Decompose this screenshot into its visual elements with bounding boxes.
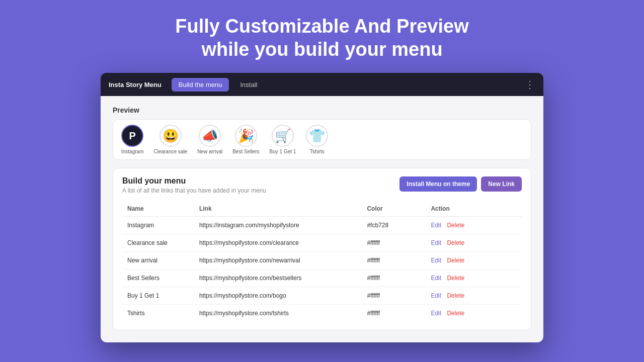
delete-button-5[interactable]: Delete xyxy=(447,310,464,317)
cell-link-3: https://myshopifystore.com/bestsellers xyxy=(194,269,362,287)
edit-button-5[interactable]: Edit xyxy=(431,310,441,317)
preview-icon-instagram: P xyxy=(121,125,143,147)
table-row: Tshirts https://myshopifystore.com/tshir… xyxy=(122,305,522,322)
cell-action-3: Edit Delete xyxy=(426,269,522,287)
cell-name-4: Buy 1 Get 1 xyxy=(122,287,194,305)
preview-label-tshirts: Tshirts xyxy=(310,149,325,154)
app-brand: Insta Story Menu xyxy=(109,81,162,88)
install-menu-button[interactable]: Install Menu on theme xyxy=(399,176,477,192)
table-body: Instagram https://instagram.com/myshopif… xyxy=(122,217,522,322)
preview-label-instagram: Instagram xyxy=(121,149,143,154)
build-actions: Install Menu on theme New Link xyxy=(399,176,522,192)
tab-build-menu[interactable]: Build the menu xyxy=(172,78,229,92)
build-subtitle: A list of all the links that you have ad… xyxy=(122,187,266,194)
build-title-group: Build your menu A list of all the links … xyxy=(122,176,266,194)
edit-button-2[interactable]: Edit xyxy=(431,257,441,264)
cell-color-0: #fcb728 xyxy=(362,217,426,234)
cell-color-1: #ffffff xyxy=(362,234,426,252)
cell-link-1: https://myshopifystore.com/clearance xyxy=(194,234,362,252)
edit-button-1[interactable]: Edit xyxy=(431,239,441,246)
edit-button-4[interactable]: Edit xyxy=(431,292,441,299)
cell-color-4: #ffffff xyxy=(362,287,426,305)
table-row: New arrival https://myshopifystore.com/n… xyxy=(122,252,522,269)
preview-item-tshirts: 👕 Tshirts xyxy=(306,125,328,154)
cell-color-5: #ffffff xyxy=(362,305,426,322)
cell-action-2: Edit Delete xyxy=(426,252,522,269)
cell-link-5: https://myshopifystore.com/tshirts xyxy=(194,305,362,322)
app-window: Insta Story Menu Build the menu Install … xyxy=(101,73,543,342)
preview-icon-new-arrival: 📣 xyxy=(199,125,221,147)
table-row: Instagram https://instagram.com/myshopif… xyxy=(122,217,522,234)
table-row: Clearance sale https://myshopifystore.co… xyxy=(122,234,522,252)
col-header-color: Color xyxy=(362,201,426,217)
app-body: Preview P Instagram 😃 Clearance sale 📣 N… xyxy=(101,96,543,342)
build-header: Build your menu A list of all the links … xyxy=(122,176,522,194)
cell-link-2: https://myshopifystore.com/newarrival xyxy=(194,252,362,269)
preview-item-clearance: 😃 Clearance sale xyxy=(153,125,187,154)
preview-label: Preview xyxy=(113,106,531,114)
preview-label-clearance: Clearance sale xyxy=(153,149,187,154)
preview-item-best-sellers: 🎉 Best Sellers xyxy=(232,125,259,154)
cell-color-3: #ffffff xyxy=(362,269,426,287)
col-header-action: Action xyxy=(426,201,522,217)
cell-action-5: Edit Delete xyxy=(426,305,522,322)
cell-action-4: Edit Delete xyxy=(426,287,522,305)
cell-name-2: New arrival xyxy=(122,252,194,269)
build-section: Build your menu A list of all the links … xyxy=(113,168,531,330)
delete-button-2[interactable]: Delete xyxy=(447,257,464,264)
hero-title: Fully Customizable And Preview while you… xyxy=(175,15,469,61)
delete-button-0[interactable]: Delete xyxy=(447,222,464,229)
delete-button-4[interactable]: Delete xyxy=(447,292,464,299)
cell-name-3: Best Sellers xyxy=(122,269,194,287)
cell-name-1: Clearance sale xyxy=(122,234,194,252)
preview-item-instagram: P Instagram xyxy=(121,125,143,154)
table-row: Best Sellers https://myshopifystore.com/… xyxy=(122,269,522,287)
col-header-name: Name xyxy=(122,201,194,217)
delete-button-1[interactable]: Delete xyxy=(447,239,464,246)
more-options-icon[interactable]: ⋮ xyxy=(525,78,535,90)
tab-install[interactable]: Install xyxy=(233,78,264,92)
preview-icon-bogo: 🛒 xyxy=(272,125,294,147)
build-title: Build your menu xyxy=(122,176,266,186)
menu-table: Name Link Color Action Instagram https:/… xyxy=(122,201,522,322)
preview-bar: P Instagram 😃 Clearance sale 📣 New arriv… xyxy=(113,119,531,160)
cell-link-4: https://myshopifystore.com/bogo xyxy=(194,287,362,305)
preview-icon-clearance: 😃 xyxy=(159,125,182,147)
cell-color-2: #ffffff xyxy=(362,252,426,269)
col-header-link: Link xyxy=(194,201,362,217)
preview-section: Preview P Instagram 😃 Clearance sale 📣 N… xyxy=(113,106,531,160)
preview-item-bogo: 🛒 Buy 1 Get 1 xyxy=(270,125,296,154)
cell-action-0: Edit Delete xyxy=(426,217,522,234)
new-link-button[interactable]: New Link xyxy=(481,176,522,192)
hero-section: Fully Customizable And Preview while you… xyxy=(175,15,469,61)
preview-label-best-sellers: Best Sellers xyxy=(232,149,259,154)
preview-icon-tshirts: 👕 xyxy=(306,125,328,147)
cell-name-0: Instagram xyxy=(122,217,194,234)
preview-label-new-arrival: New arrival xyxy=(197,149,222,154)
cell-link-0: https://instagram.com/myshopifystore xyxy=(194,217,362,234)
table-row: Buy 1 Get 1 https://myshopifystore.com/b… xyxy=(122,287,522,305)
cell-name-5: Tshirts xyxy=(122,305,194,322)
preview-label-bogo: Buy 1 Get 1 xyxy=(270,149,296,154)
delete-button-3[interactable]: Delete xyxy=(447,275,464,282)
table-header: Name Link Color Action xyxy=(122,201,522,217)
cell-action-1: Edit Delete xyxy=(426,234,522,252)
preview-item-new-arrival: 📣 New arrival xyxy=(197,125,222,154)
edit-button-3[interactable]: Edit xyxy=(431,275,441,282)
title-bar: Insta Story Menu Build the menu Install … xyxy=(101,73,543,96)
edit-button-0[interactable]: Edit xyxy=(431,222,441,229)
preview-icon-best-sellers: 🎉 xyxy=(235,125,257,147)
